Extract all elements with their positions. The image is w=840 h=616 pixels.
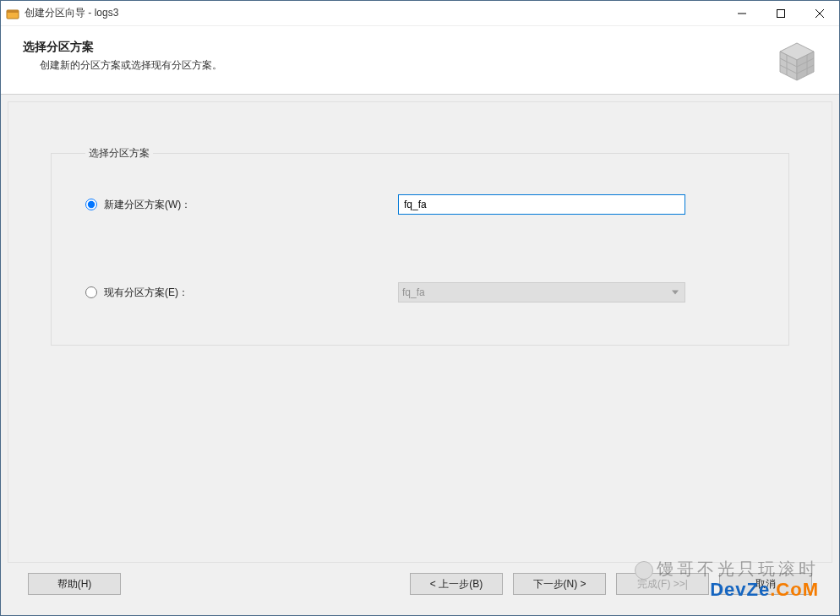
wizard-window: 创建分区向导 - logs3 选择分区方案 创建新的分区方案或选择现有分区方案。: [0, 0, 840, 616]
header-graphic-icon: [775, 40, 819, 84]
new-scheme-input[interactable]: [398, 194, 685, 215]
existing-scheme-radio-cell: 现有分区方案(E)：: [85, 286, 398, 300]
partition-scheme-group: 选择分区方案 新建分区方案(W)： 现有分区方案(E)：: [51, 146, 789, 346]
svg-rect-1: [7, 10, 19, 13]
content-panel: 选择分区方案 新建分区方案(W)： 现有分区方案(E)：: [8, 101, 832, 563]
app-icon: [6, 7, 19, 20]
page-subtitle: 创建新的分区方案或选择现有分区方案。: [23, 58, 775, 73]
svg-rect-3: [777, 9, 785, 17]
page-title: 选择分区方案: [23, 40, 775, 55]
content-wrapper: 选择分区方案 新建分区方案(W)： 现有分区方案(E)：: [1, 94, 839, 615]
existing-scheme-select-wrap: fq_fa: [398, 282, 685, 303]
window-controls: [723, 1, 839, 25]
existing-scheme-select[interactable]: fq_fa: [398, 282, 685, 303]
existing-scheme-field: fq_fa: [398, 282, 685, 303]
existing-scheme-row: 现有分区方案(E)： fq_fa: [85, 282, 755, 303]
button-bar: 帮助(H) < 上一步(B) 下一步(N) > 完成(F) >>| 取消: [8, 563, 832, 608]
wizard-header: 选择分区方案 创建新的分区方案或选择现有分区方案。: [1, 26, 839, 94]
cancel-button[interactable]: 取消: [719, 573, 812, 595]
maximize-button[interactable]: [761, 1, 800, 25]
new-scheme-label[interactable]: 新建分区方案(W)：: [104, 198, 191, 212]
new-scheme-row: 新建分区方案(W)：: [85, 194, 755, 215]
existing-scheme-label[interactable]: 现有分区方案(E)：: [104, 286, 188, 300]
next-button[interactable]: 下一步(N) >: [513, 573, 606, 595]
header-text: 选择分区方案 创建新的分区方案或选择现有分区方案。: [23, 40, 775, 73]
minimize-button[interactable]: [723, 1, 761, 25]
new-scheme-radio[interactable]: [85, 199, 97, 210]
titlebar: 创建分区向导 - logs3: [1, 1, 839, 26]
window-title: 创建分区向导 - logs3: [25, 6, 723, 20]
back-button[interactable]: < 上一步(B): [410, 573, 503, 595]
finish-button[interactable]: 完成(F) >>|: [616, 573, 709, 595]
close-button[interactable]: [800, 1, 839, 25]
existing-scheme-radio[interactable]: [85, 286, 97, 298]
group-legend: 选择分区方案: [85, 146, 153, 161]
new-scheme-radio-cell: 新建分区方案(W)：: [85, 198, 398, 212]
new-scheme-field: [398, 194, 685, 215]
help-button[interactable]: 帮助(H): [28, 573, 121, 595]
